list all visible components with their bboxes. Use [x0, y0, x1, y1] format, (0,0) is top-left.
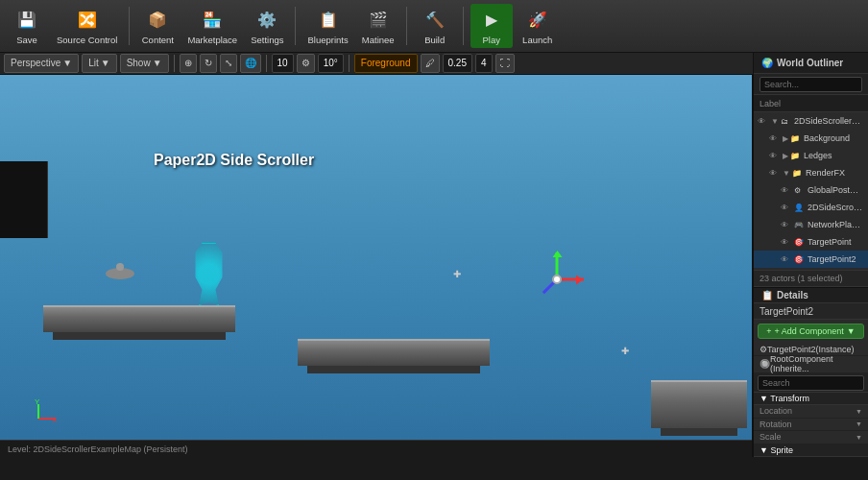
perspective-button[interactable]: Perspective ▼: [4, 54, 79, 73]
visibility-icon: 👁: [781, 255, 792, 264]
toolbar-separator-4: [463, 7, 464, 45]
marketplace-icon: 🏪: [200, 8, 225, 33]
rotation-arrow: ▼: [856, 420, 862, 427]
cam-display: 4: [475, 54, 493, 73]
transform-gizmo[interactable]: [528, 251, 586, 308]
source-control-icon: 🔀: [75, 8, 100, 33]
platform-left: [43, 305, 235, 332]
blueprints-icon: 📋: [316, 8, 341, 33]
paint-button[interactable]: 🖊: [421, 54, 440, 73]
visibility-icon: 👁: [758, 117, 769, 126]
save-icon: 💾: [14, 8, 39, 33]
launch-button[interactable]: 🚀 Launch: [517, 4, 559, 48]
details-root-item[interactable]: 🔘 RootComponent (Inherite...: [754, 356, 868, 373]
3d-viewport[interactable]: Paper2D Side Scroller: [0, 75, 753, 457]
settings-button[interactable]: ⚙️ Settings: [246, 4, 288, 48]
details-search-input[interactable]: [758, 375, 864, 391]
player-character: [192, 243, 226, 305]
visibility-icon: 👁: [769, 169, 781, 178]
visibility-icon: 👁: [781, 204, 792, 212]
level-status: Level: 2DSideScrollerExampleMap (Persist…: [8, 444, 188, 454]
svg-text:X: X: [52, 416, 58, 424]
grid-settings-button[interactable]: ⚙: [297, 54, 315, 73]
add-component-button[interactable]: + + Add Component ▼: [758, 324, 864, 340]
component-icon: ⚙: [760, 345, 767, 354]
outliner-item-root[interactable]: 👁 ▼ 🗂 2DSideScrollerExa...: [754, 112, 868, 130]
sprite-section[interactable]: ▼ Sprite: [754, 444, 868, 457]
viewport-separator-3: [349, 55, 350, 72]
play-icon: ▶: [479, 8, 504, 33]
right-panel: 🌍 World Outliner Label 👁 ▼ 🗂 2DSideScrol…: [753, 53, 868, 457]
matinee-icon: 🎬: [366, 8, 391, 33]
visibility-icon: 👁: [781, 221, 792, 229]
scale-row: Scale ▼: [754, 431, 868, 444]
translate-button[interactable]: ⊕: [180, 54, 197, 73]
build-icon: 🔨: [422, 8, 447, 33]
blueprints-button[interactable]: 📋 Blueprints: [302, 4, 352, 48]
visibility-icon: 👁: [781, 186, 792, 195]
outliner-item-character[interactable]: 👁 👤 2DSideScrollerCh...: [754, 199, 868, 216]
details-search-container: [754, 373, 868, 393]
outliner-item-background[interactable]: 👁 ▶ 📁 Background: [754, 130, 868, 147]
viewport-column: Perspective ▼ Lit ▼ Show ▼ ⊕ ↻ ⤡ 🌐 10 ⚙: [0, 53, 753, 457]
location-row: Location ▼: [754, 405, 868, 418]
target-marker-1: ✚: [451, 268, 463, 279]
actor-count-status: 23 actors (1 selected): [754, 270, 868, 287]
main-toolbar: 💾 Save 🔀 Source Control 📦 Content 🏪 Mark…: [0, 0, 868, 53]
selected-object-name: TargetPoint2: [754, 303, 868, 319]
build-button[interactable]: 🔨 Build: [414, 4, 456, 48]
sky-background: [0, 75, 752, 457]
outliner-item-ledges[interactable]: 👁 ▶ 📁 Ledges: [754, 147, 868, 164]
content-icon: 📦: [145, 8, 170, 33]
angle-display: 10°: [318, 54, 344, 73]
outliner-search-input[interactable]: [760, 77, 862, 92]
visibility-icon: 👁: [769, 134, 781, 143]
target-marker-2: ✚: [619, 345, 631, 356]
rotate-button[interactable]: ↻: [200, 54, 217, 73]
grid-size-display: 10: [272, 54, 294, 73]
coordinate-axes: X Y: [19, 399, 58, 438]
source-control-button[interactable]: 🔀 Source Control: [52, 4, 122, 48]
world-local-button[interactable]: 🌐: [240, 54, 261, 73]
maximize-button[interactable]: ⛶: [495, 54, 515, 73]
viewport-toolbar: Perspective ▼ Lit ▼ Show ▼ ⊕ ↻ ⤡ 🌐 10 ⚙: [0, 53, 753, 75]
outliner-item-targetpoint2[interactable]: 👁 🎯 TargetPoint2: [754, 251, 868, 268]
character-body: [192, 243, 226, 305]
flier-body: [106, 268, 134, 279]
marketplace-button[interactable]: 🏪 Marketplace: [182, 4, 242, 48]
foreground-label[interactable]: Foreground: [354, 54, 418, 73]
outliner-item-networkplayer[interactable]: 👁 🎮 NetworkPlayerSt...: [754, 216, 868, 233]
toolbar-separator: [129, 7, 130, 45]
save-button[interactable]: 💾 Save: [6, 4, 48, 48]
scale-arrow: ▼: [856, 434, 862, 441]
matinee-button[interactable]: 🎬 Matinee: [357, 4, 399, 48]
platform-right: [651, 380, 747, 428]
outliner-item-globalpost[interactable]: 👁 ⚙ GlobalPostPro...: [754, 181, 868, 199]
details-panel: 📋 Details TargetPoint2 + + Add Component…: [754, 288, 868, 457]
details-icon: 📋: [761, 290, 773, 300]
outliner-search-container: [754, 74, 868, 95]
outliner-item-renderfx[interactable]: 👁 ▼ 📁 RenderFX: [754, 164, 868, 181]
viewport-title: Paper2D Side Scroller: [154, 152, 314, 169]
outliner-icon: 🌍: [761, 58, 773, 68]
platform-middle: [298, 339, 490, 366]
visibility-icon: 👁: [781, 238, 792, 247]
viewport-separator: [174, 55, 175, 72]
toolbar-separator-2: [295, 7, 296, 45]
speed-display: 0.25: [443, 54, 472, 73]
outliner-item-targetpoint1[interactable]: 👁 🎯 TargetPoint: [754, 233, 868, 251]
transform-section[interactable]: ▼ Transform: [754, 393, 868, 405]
content-button[interactable]: 📦 Content: [136, 4, 179, 48]
rotation-row: Rotation ▼: [754, 419, 868, 431]
settings-icon: ⚙️: [254, 8, 279, 33]
lit-button[interactable]: Lit ▼: [82, 54, 116, 73]
viewport-separator-2: [266, 55, 267, 72]
location-arrow: ▼: [856, 408, 862, 415]
show-button[interactable]: Show ▼: [120, 54, 169, 73]
outliner-column-header: Label: [754, 95, 868, 112]
details-panel-title: 📋 Details: [754, 288, 868, 303]
visibility-icon: 👁: [769, 152, 781, 160]
scale-button[interactable]: ⤡: [220, 54, 237, 73]
svg-text:Y: Y: [35, 399, 40, 406]
play-button[interactable]: ▶ Play: [470, 4, 513, 48]
